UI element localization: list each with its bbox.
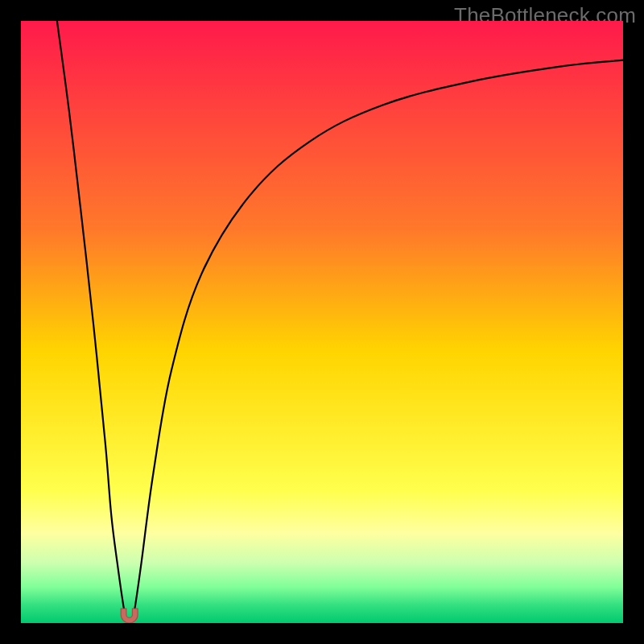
bottleneck-chart xyxy=(21,21,623,623)
gradient-plane xyxy=(21,21,623,623)
chart-frame: TheBottleneck.com xyxy=(0,0,644,644)
